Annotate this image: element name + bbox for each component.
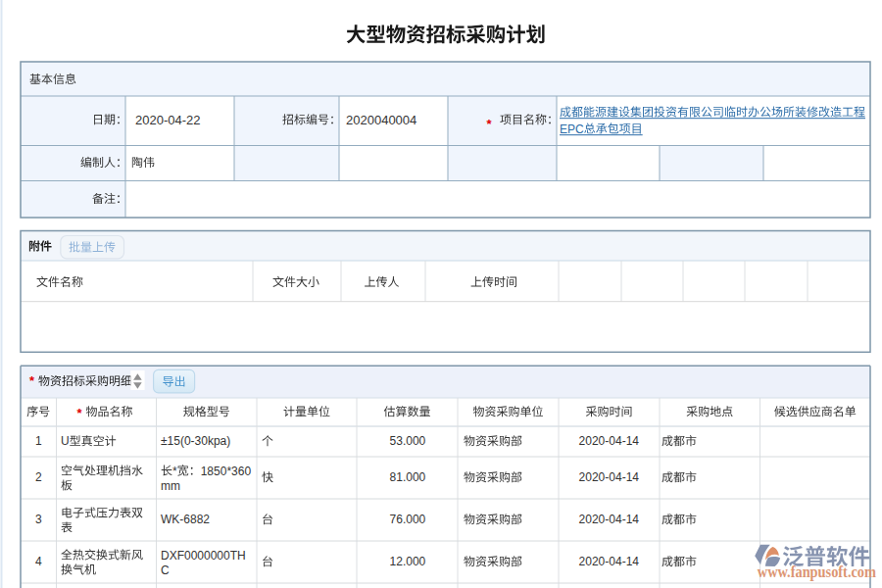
svg-text:C: C <box>161 564 170 577</box>
svg-text:2020-04-22: 2020-04-22 <box>135 113 201 127</box>
svg-text:2: 2 <box>35 470 42 484</box>
svg-text:mm: mm <box>161 479 180 493</box>
svg-text:2020-04-14: 2020-04-14 <box>579 470 640 484</box>
svg-text:*: * <box>172 465 177 478</box>
svg-text:53.000: 53.000 <box>390 434 426 448</box>
svg-text:2020-04-14: 2020-04-14 <box>579 434 640 448</box>
svg-text:2020-04-14: 2020-04-14 <box>579 555 640 568</box>
svg-text:WK-6882: WK-6882 <box>161 513 210 526</box>
svg-text:4: 4 <box>35 555 42 568</box>
svg-text:www.fanpusoft.com: www.fanpusoft.com <box>758 562 877 581</box>
svg-text:1850*360: 1850*360 <box>201 465 252 478</box>
svg-text:76.000: 76.000 <box>390 513 426 526</box>
svg-text:2020040004: 2020040004 <box>346 113 416 127</box>
svg-text:1: 1 <box>35 434 42 448</box>
svg-text:±15(0-30kpa): ±15(0-30kpa) <box>161 434 230 448</box>
svg-text:3: 3 <box>35 513 42 526</box>
svg-text:DXF0000000TH: DXF0000000TH <box>161 549 246 563</box>
svg-text:U: U <box>61 434 70 448</box>
svg-text:12.000: 12.000 <box>390 555 426 568</box>
svg-text:2020-04-14: 2020-04-14 <box>579 513 640 526</box>
svg-text:EPC: EPC <box>560 122 584 136</box>
svg-text:81.000: 81.000 <box>390 470 426 484</box>
